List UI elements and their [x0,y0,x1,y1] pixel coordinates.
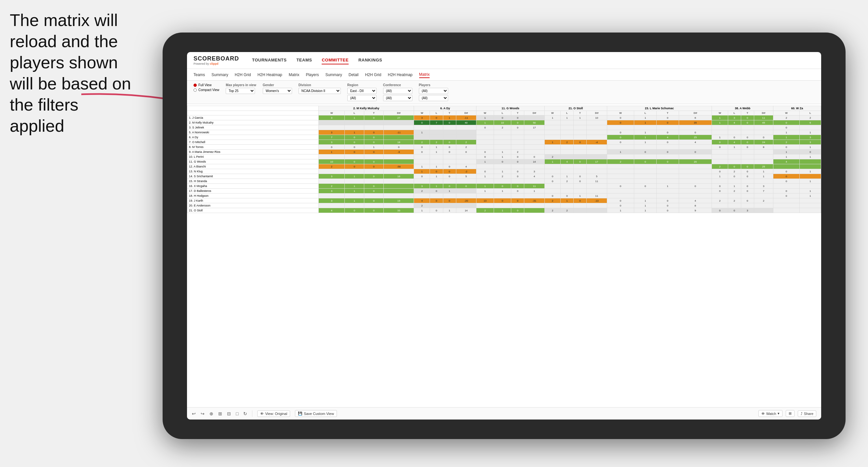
compact-view-option[interactable]: Compact View [193,88,219,92]
view-options: Full View Compact View [193,83,219,92]
subnav-h2h-grid-2[interactable]: H2H Grid [365,72,381,78]
conference-select-1[interactable]: (All) [383,88,412,94]
matrix-cell: 2 [494,174,511,179]
zoom-percent-icon[interactable]: □ [236,411,238,416]
watch-btn[interactable]: 👁 Watch ▾ [758,410,782,417]
subheader-dif3: Dif [524,111,545,116]
share-btn[interactable]: ⤴ Share [798,410,816,417]
subheader-l4: L [560,111,574,116]
matrix-cell: 1 [574,116,586,120]
max-players-select[interactable]: Top 25 [226,88,255,94]
matrix-cell [712,179,728,184]
grid-btn[interactable]: ⊞ [786,410,795,417]
subheader-empty [187,111,319,116]
matrix-cell: 4 [524,174,545,179]
subnav-players[interactable]: Players [306,72,319,78]
view-original-btn[interactable]: 👁 View: Original [257,410,290,417]
matrix-cell [383,125,414,130]
logo-sub: Powered by clippd [193,62,239,65]
subnav-matrix[interactable]: Matrix [289,72,300,78]
matrix-cell [679,154,712,159]
zoom-out-icon[interactable]: ⊟ [227,411,231,416]
redo-icon[interactable]: ↪ [201,411,205,416]
matrix-cell: 0 [476,154,494,159]
matrix-cell [494,145,511,150]
matrix-cell [679,145,712,150]
table-row: 9. A Maria Jimenez Rios100-9010001210001… [187,150,821,154]
matrix-cell [712,125,728,130]
matrix-cell: 1 [430,174,443,179]
nav-rankings[interactable]: RANKINGS [359,56,382,64]
matrix-cell [657,169,679,174]
matrix-cell: 0 [728,174,741,179]
matrix-cell: 10 [586,116,607,120]
matrix-cell: -9 [383,150,414,154]
matrix-cell: 2 [712,164,728,169]
matrix-cell [560,154,574,159]
view-original-label: View: Original [265,412,287,416]
matrix-cell: 1 [754,174,773,179]
matrix-cell [476,164,494,169]
table-row: 18. H Hodgson0011101 [187,193,821,198]
matrix-cell: 0 [511,159,524,164]
matrix-cell [607,179,634,184]
matrix-area[interactable]: 2. M Kelly Mulcahy 6. A Dy 11. G Woods 2… [187,104,821,407]
matrix-cell: 0 [414,120,430,125]
matrix-cell [443,154,456,159]
nav-tournaments[interactable]: TOURNAMENTS [252,56,286,64]
matrix-cell [773,208,800,213]
matrix-cell: 1 [414,208,430,213]
players-select-1[interactable]: (All) [419,88,448,94]
subnav-summary-2[interactable]: Summary [325,72,342,78]
subheader-dif1: Dif [383,111,414,116]
matrix-cell: 0 [657,203,679,208]
subnav-summary-1[interactable]: Summary [211,72,228,78]
matrix-cell [494,164,511,169]
matrix-cell [574,135,586,140]
matrix-cell: 2 [728,189,741,193]
full-view-option[interactable]: Full View [193,83,219,87]
matrix-cell: 2 [414,189,430,193]
tablet-screen: SCOREBOARD Powered by clippd TOURNAMENTS… [187,52,821,419]
matrix-cell: 1 [494,154,511,159]
full-view-radio[interactable] [193,84,197,87]
subnav-h2h-heatmap-2[interactable]: H2H Heatmap [388,72,412,78]
subheader-l3: L [494,111,511,116]
matrix-cell: 2 [773,116,800,120]
player-name-cell: 12. A Bianchi [187,164,319,169]
matrix-cell [319,125,345,130]
subnav-h2h-heatmap[interactable]: H2H Heatmap [257,72,282,78]
division-select[interactable]: NCAA Division II [299,88,341,94]
matrix-cell: 4 [319,208,345,213]
nav-teams[interactable]: TEAMS [296,56,312,64]
nav-committee[interactable]: COMMITTEE [322,56,349,64]
subnav-h2h-grid[interactable]: H2H Grid [235,72,251,78]
refresh-icon[interactable]: ↻ [243,411,247,416]
subheader-w5: W [607,111,634,116]
zoom-in-icon[interactable]: ⊞ [218,411,222,416]
matrix-cell: 0 [494,184,511,189]
matrix-cell: 0 [741,174,754,179]
matrix-cell: 0 [607,184,634,189]
matrix-cell: 3 [414,116,430,120]
subnav-matrix-2[interactable]: Matrix [419,71,430,78]
subnav-detail[interactable]: Detail [349,72,359,78]
player-name-cell: 19. J Karth [187,198,319,203]
gender-select[interactable]: Women's [263,88,292,94]
matrix-cell: 9 [679,208,712,213]
players-select-2[interactable]: (All) [419,95,448,101]
undo-icon[interactable]: ↩ [192,411,196,416]
matrix-cell: 0 [511,120,524,125]
zoom-fit-icon[interactable]: ⊕ [210,411,213,416]
compact-view-radio[interactable] [193,89,197,92]
matrix-cell: 2 [560,179,574,184]
save-custom-btn[interactable]: 💾 Save Custom View [295,410,337,417]
region-select-1[interactable]: East - DII [347,88,377,94]
conference-select-2[interactable]: (All) [383,95,412,101]
matrix-cell [443,179,456,184]
region-select-2[interactable]: (All) [347,95,377,101]
player-name-cell: 16. X Mcgaha [187,184,319,189]
region-label: Region [347,83,377,87]
matrix-cell [545,125,560,130]
subnav-teams[interactable]: Teams [193,72,205,78]
